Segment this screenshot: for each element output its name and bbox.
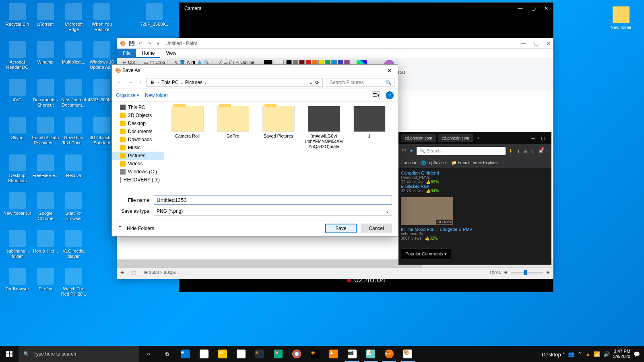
- desktop-icon[interactable]: Winamp: [31, 41, 60, 65]
- taskbar-store[interactable]: 🛍: [195, 346, 213, 362]
- taskbar-mail[interactable]: ✉: [232, 346, 250, 362]
- tray-network-icon[interactable]: 📶: [594, 351, 600, 357]
- file-item[interactable]: (m=ewILG0y)(mh=FMNOM0cXHYnQa42O)male: [305, 106, 343, 150]
- desktop-icon[interactable]: Firefox: [31, 268, 60, 292]
- tree-item[interactable]: Downloads: [112, 136, 164, 144]
- desktop-icon[interactable]: Acrobat Reader DC: [3, 41, 31, 70]
- close-button[interactable]: ✕: [385, 67, 394, 74]
- video-thumb[interactable]: HD 4:20: [401, 197, 453, 225]
- save-icon[interactable]: 💾: [128, 40, 135, 47]
- close-button[interactable]: ✕: [544, 6, 548, 11]
- tab-view[interactable]: View: [160, 49, 182, 58]
- desktop-icon[interactable]: Horus_Her...: [31, 230, 60, 254]
- video-item[interactable]: In The Mood For.. - Bridgette B PMV inth…: [401, 227, 549, 241]
- file-item[interactable]: 1: [350, 106, 388, 150]
- forward-button[interactable]: →: [126, 79, 134, 86]
- redo-icon[interactable]: ↷: [146, 40, 153, 47]
- desktop-icon[interactable]: New Journal Document...: [60, 79, 88, 108]
- file-item[interactable]: Camera Roll: [168, 106, 206, 150]
- cancel-button[interactable]: Cancel: [361, 224, 392, 233]
- desktop-icon[interactable]: Watch The Red Pill 20...: [60, 268, 88, 297]
- desktop-toolbar[interactable]: Desktop »: [542, 350, 565, 358]
- help-button[interactable]: ?: [386, 91, 394, 99]
- download-icon[interactable]: ⬇: [509, 148, 512, 154]
- maximize-button[interactable]: ▢: [541, 136, 545, 141]
- desktop-icon[interactable]: When You Realize: [88, 3, 116, 32]
- browser-search[interactable]: 🔍 Search: [417, 147, 506, 155]
- filename-input[interactable]: [154, 195, 392, 205]
- task-view-button[interactable]: ⧉: [158, 346, 176, 362]
- container-icon[interactable]: ▣1: [539, 148, 543, 154]
- tree-item[interactable]: This PC: [112, 103, 164, 111]
- desktop-icon[interactable]: 'sublimina... folder: [3, 230, 31, 259]
- desktop-icon[interactable]: Recycle Bin: [3, 3, 31, 27]
- camera-titlebar[interactable]: Camera — ▢ ✕: [180, 3, 553, 15]
- browser-tab[interactable]: cd.phncdn.com: [401, 134, 436, 142]
- filetype-select[interactable]: PNG (*.png) ⌄: [154, 207, 392, 216]
- organize-menu[interactable]: Organize ▾: [116, 93, 139, 98]
- search-input[interactable]: Search Pictures 🔍: [326, 78, 394, 87]
- sidebar-icon[interactable]: ▤: [523, 148, 527, 154]
- taskbar-edge[interactable]: e: [176, 346, 195, 362]
- hscroll-thumb[interactable]: [117, 260, 422, 267]
- desktop-icon[interactable]: Tor Browser: [3, 268, 31, 292]
- desktop-icon[interactable]: Microsoft Edge: [60, 3, 88, 32]
- taskbar-search[interactable]: 🔍 Type here to search: [19, 346, 139, 362]
- saveas-titlebar[interactable]: 🎨 Save As ✕: [112, 65, 398, 76]
- desktop-icon[interactable]: Start Tor Browser: [60, 192, 88, 221]
- account-icon[interactable]: ☺: [530, 148, 535, 153]
- up-button[interactable]: ↑: [138, 79, 143, 86]
- desktop-icon[interactable]: Recuva: [60, 154, 88, 178]
- desktop-icon[interactable]: 720P_1500K...: [140, 3, 168, 32]
- taskbar-paint[interactable]: 🎨: [398, 346, 417, 362]
- save-button[interactable]: Save: [325, 224, 357, 233]
- desktop-icon[interactable]: EaseUS Data Recovery ...: [31, 117, 60, 146]
- breadcrumb-item[interactable]: This PC: [161, 80, 179, 85]
- browser-tab[interactable]: cd.phncdn.com: [438, 134, 473, 142]
- cortana-button[interactable]: ○: [139, 346, 158, 362]
- minimize-button[interactable]: —: [521, 41, 526, 46]
- tree-item[interactable]: 3D Objects: [112, 111, 164, 119]
- start-button[interactable]: [0, 346, 19, 362]
- tray-chevron-icon[interactable]: ⌃: [578, 351, 582, 357]
- breadcrumb-item[interactable]: Pictures: [185, 80, 202, 85]
- new-folder-button[interactable]: New folder: [145, 93, 168, 98]
- breadcrumb[interactable]: 🖥› This PC› Pictures› ⌄ ⟳: [147, 78, 323, 87]
- tray-volume-icon[interactable]: 🔊: [603, 351, 610, 357]
- desktop-icon[interactable]: New Rich Text Docu...: [60, 117, 88, 146]
- close-button[interactable]: ✕: [547, 41, 551, 46]
- taskbar-amazon[interactable]: a: [250, 346, 269, 362]
- minimize-button[interactable]: —: [518, 6, 522, 11]
- tray-vlc-icon[interactable]: ▲: [585, 351, 590, 357]
- desktop-icon[interactable]: FreeFileVie...: [31, 154, 60, 178]
- back-button[interactable]: ←: [115, 79, 123, 86]
- taskbar-tripadvisor[interactable]: 🦉: [269, 346, 287, 362]
- zoom-out-button[interactable]: ⊖: [504, 270, 508, 275]
- taskbar-app[interactable]: ◉: [306, 346, 324, 362]
- star-icon[interactable]: ★: [409, 148, 413, 154]
- desktop-icon[interactable]: Desktop Shortcuts: [3, 154, 31, 183]
- view-options-button[interactable]: ☰▾: [372, 91, 380, 99]
- desktop-icon[interactable]: µTorrent: [31, 3, 60, 27]
- breadcrumb-dropdown-icon[interactable]: ⌄: [309, 80, 313, 85]
- refresh-icon[interactable]: ⟳: [315, 80, 319, 85]
- desktop-icon[interactable]: Multiplicat...: [60, 41, 88, 65]
- shield-icon[interactable]: 🛡: [402, 148, 406, 153]
- tab-home[interactable]: Home: [136, 49, 160, 58]
- tree-item[interactable]: Pictures: [112, 152, 164, 160]
- qat-dropdown-icon[interactable]: ▾: [155, 40, 161, 47]
- taskbar-explorer[interactable]: 📁: [213, 346, 232, 362]
- tree-item[interactable]: Videos: [112, 160, 164, 168]
- maximize-button[interactable]: ▢: [534, 41, 539, 46]
- taskbar-chrome[interactable]: [287, 346, 306, 362]
- undo-icon[interactable]: ↶: [137, 40, 144, 47]
- comments-dropdown[interactable]: Popular Comments ▾: [401, 249, 451, 259]
- menu-icon[interactable]: ≡: [546, 148, 548, 153]
- desktop-icon[interactable]: Documents - Shortcut: [31, 79, 60, 108]
- tree-item[interactable]: Desktop: [112, 119, 164, 128]
- tab-file[interactable]: File: [117, 49, 136, 58]
- taskbar-camera[interactable]: 📷: [343, 346, 361, 362]
- desktop-icon[interactable]: AVG: [3, 79, 31, 103]
- bookmark[interactable]: 🌐 TripAdvisor: [421, 160, 447, 165]
- tree-item[interactable]: Music: [112, 144, 164, 152]
